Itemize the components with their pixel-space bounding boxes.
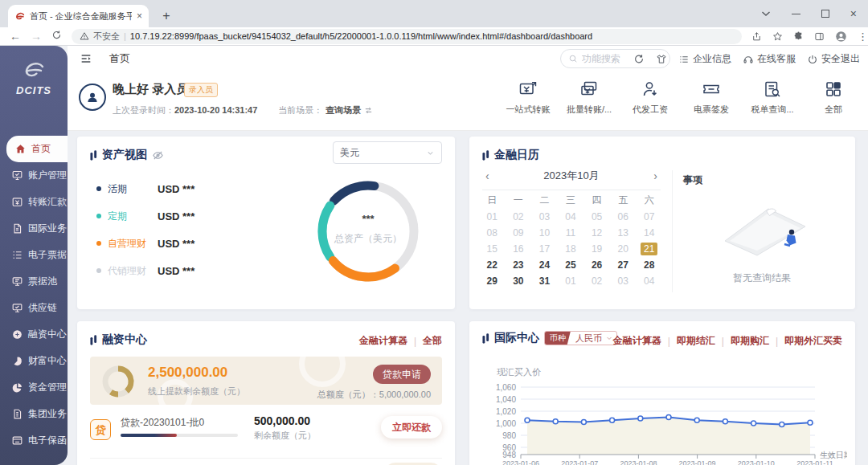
theme-skin-button[interactable] bbox=[656, 54, 667, 65]
sidebar-item-11[interactable]: 集团业务 bbox=[0, 401, 68, 427]
calendar-day[interactable]: 02 bbox=[583, 275, 610, 288]
sidebar-item-1[interactable]: 首页 bbox=[6, 136, 68, 162]
sidebar-item-10[interactable]: 资金管理 bbox=[0, 374, 68, 401]
url-bar[interactable]: 不安全 | 10.7.19.22:8999/fpaas_bucket/94154… bbox=[72, 29, 742, 44]
sidebar-item-9[interactable]: 财富中心 bbox=[0, 348, 68, 374]
calendar-day[interactable]: 18 bbox=[558, 243, 584, 255]
loan-badge: 贷 bbox=[90, 419, 111, 440]
calendar-day[interactable]: 09 bbox=[506, 226, 532, 239]
window-close-icon[interactable]: × bbox=[850, 10, 857, 18]
quick-action-5[interactable]: 税单查询... bbox=[747, 80, 797, 116]
calendar-day[interactable]: 10 bbox=[531, 226, 558, 239]
tab-home[interactable]: 首页 bbox=[104, 51, 135, 75]
calendar-day[interactable]: 03 bbox=[610, 275, 637, 288]
calendar-prev-icon[interactable]: ‹ bbox=[482, 169, 493, 182]
switch-scene-icon[interactable] bbox=[364, 106, 373, 115]
not-secure-warning-icon[interactable] bbox=[80, 31, 89, 41]
topnav-enterprise-info[interactable]: 企业信息 bbox=[678, 52, 731, 66]
qa-grid-icon bbox=[824, 80, 843, 99]
browser-tab[interactable]: 首页 - 企业综合金融服务平台 × bbox=[8, 5, 149, 27]
sidebar-item-12[interactable]: 电子保函 bbox=[0, 427, 68, 454]
calendar-day[interactable]: 07 bbox=[636, 210, 662, 223]
link-4[interactable]: 即期外汇买卖 bbox=[784, 334, 842, 348]
menu-dots-icon[interactable]: ⋮ bbox=[858, 31, 868, 43]
calendar-day[interactable]: 02 bbox=[506, 210, 532, 223]
eye-off-icon[interactable] bbox=[152, 149, 164, 161]
calendar-day[interactable]: 31 bbox=[531, 275, 558, 288]
calendar-day[interactable]: 16 bbox=[506, 243, 532, 255]
link-2[interactable]: 全部 bbox=[423, 334, 442, 348]
forward-icon[interactable]: → bbox=[31, 30, 42, 43]
app-logo[interactable]: DCITS bbox=[0, 60, 68, 96]
calendar-day[interactable]: 04 bbox=[558, 210, 584, 223]
currency-type-select[interactable]: 币种 人民币 bbox=[544, 331, 617, 345]
quick-action-4[interactable]: 电票签发 bbox=[686, 80, 736, 116]
sidebar-item-4[interactable]: 国际业务 bbox=[0, 215, 68, 242]
collapse-menu-icon[interactable] bbox=[80, 52, 92, 65]
calendar-day[interactable]: 30 bbox=[506, 275, 532, 288]
quick-action-1[interactable]: 一站式转账 bbox=[503, 80, 553, 116]
window-chevron-icon[interactable] bbox=[761, 10, 771, 17]
new-tab-button[interactable]: + bbox=[158, 7, 175, 25]
refresh-button[interactable] bbox=[633, 54, 645, 65]
calendar-day[interactable]: 19 bbox=[583, 243, 610, 255]
tab-close-icon[interactable]: × bbox=[137, 10, 142, 22]
window-minimize-icon[interactable] bbox=[792, 14, 800, 14]
sidebar-item-2[interactable]: 账户管理 bbox=[0, 162, 68, 189]
calendar-day[interactable]: 15 bbox=[479, 243, 506, 255]
bookmark-star-icon[interactable] bbox=[772, 31, 783, 42]
calendar-day[interactable]: 26 bbox=[583, 259, 610, 271]
window-maximize-icon[interactable] bbox=[821, 10, 829, 18]
reload-icon[interactable] bbox=[51, 30, 62, 43]
calendar-day[interactable]: 06 bbox=[610, 210, 637, 223]
calendar-day[interactable]: 29 bbox=[479, 275, 506, 288]
calendar-day[interactable]: 22 bbox=[479, 259, 506, 271]
financing-links: 金融计算器|全部 bbox=[359, 334, 442, 348]
calendar-day[interactable]: 05 bbox=[583, 210, 610, 223]
sidebar-item-7[interactable]: 供应链 bbox=[0, 295, 68, 321]
calendar-day[interactable]: 17 bbox=[531, 243, 558, 255]
calendar-day[interactable]: 23 bbox=[506, 259, 532, 271]
calendar-day[interactable]: 27 bbox=[610, 259, 637, 271]
topnav-safe-logout[interactable]: 安全退出 bbox=[807, 52, 860, 66]
calendar-day[interactable]: 08 bbox=[479, 226, 506, 239]
calendar-day[interactable]: 01 bbox=[479, 210, 506, 223]
legend-label: 定期 bbox=[108, 210, 158, 223]
calendar-day[interactable]: 01 bbox=[558, 275, 584, 288]
calendar-day[interactable]: 25 bbox=[558, 259, 584, 271]
calendar-day[interactable]: 12 bbox=[583, 226, 610, 239]
side-panel-icon[interactable] bbox=[814, 31, 825, 42]
calendar-day[interactable]: 03 bbox=[531, 210, 558, 223]
back-icon[interactable]: ← bbox=[10, 30, 21, 43]
calendar-day[interactable]: 28 bbox=[636, 259, 662, 271]
calendar-next-icon[interactable]: › bbox=[650, 169, 661, 182]
calendar-day[interactable]: 20 bbox=[610, 243, 637, 255]
extension-icon[interactable] bbox=[793, 31, 804, 42]
calendar-day[interactable]: 14 bbox=[636, 226, 662, 239]
quick-action-6[interactable]: 全部 bbox=[809, 80, 858, 116]
calendar-day[interactable]: 11 bbox=[558, 226, 584, 239]
sidebar-item-8[interactable]: 融资中心 bbox=[0, 321, 68, 348]
calendar-day[interactable]: 13 bbox=[610, 226, 637, 239]
calendar-day[interactable]: 04 bbox=[636, 275, 662, 288]
link-3[interactable]: 即期购汇 bbox=[731, 334, 769, 348]
link-2[interactable]: 即期结汇 bbox=[677, 334, 715, 348]
currency-select[interactable]: 美元 bbox=[333, 141, 442, 164]
quick-action-3[interactable]: 代发工资 bbox=[625, 80, 675, 116]
quick-action-2[interactable]: 批量转账/... bbox=[564, 80, 614, 116]
profile-avatar-icon[interactable] bbox=[835, 31, 847, 43]
share-icon[interactable] bbox=[751, 31, 762, 42]
sidebar-item-3[interactable]: 转账汇款 bbox=[0, 189, 68, 215]
link-1[interactable]: 金融计算器 bbox=[359, 334, 407, 348]
user-avatar[interactable] bbox=[79, 84, 106, 111]
topnav-online-service[interactable]: 在线客服 bbox=[743, 52, 796, 66]
repay-now-button[interactable]: 立即还款 bbox=[381, 416, 442, 438]
sidebar-item-label: 资金管理 bbox=[28, 381, 67, 394]
calendar-day[interactable]: 21 bbox=[641, 243, 657, 255]
link-1[interactable]: 金融计算器 bbox=[613, 334, 661, 348]
loan-row: 贷 贷款-20230101-批0 500,000.00 剩余额度（元） 立即还款 bbox=[90, 414, 442, 451]
loan-apply-button[interactable]: 贷款申请 bbox=[373, 365, 431, 384]
sidebar-item-6[interactable]: 票据池 bbox=[0, 268, 68, 295]
sidebar-item-5[interactable]: 电子票据 bbox=[0, 242, 68, 268]
calendar-day[interactable]: 24 bbox=[531, 259, 558, 271]
